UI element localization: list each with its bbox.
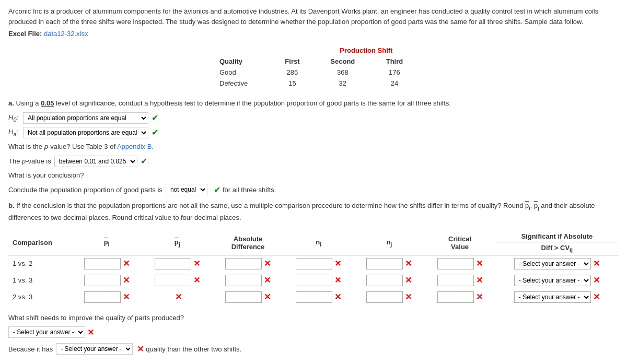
cv-1v3-clear[interactable]: ✕ <box>476 275 483 285</box>
ni-1v2-cell: ✕ <box>296 258 341 269</box>
conclude-check-icon: ✔ <box>214 185 220 195</box>
section-a: a. Using a 0.05 level of significance, c… <box>8 98 619 195</box>
pj-1v2-clear[interactable]: ✕ <box>193 259 200 268</box>
row-good-label: Good <box>209 67 270 78</box>
pi-2v3-cell: ✕ <box>84 291 130 303</box>
sig-2v3-clear[interactable]: ✕ <box>593 292 600 302</box>
appendix-link[interactable]: Appendix B <box>117 143 152 150</box>
pvalue-select[interactable]: between 0.01 and 0.025 between 0.025 and… <box>54 156 137 167</box>
pj-2v3-clear[interactable]: ✕ <box>175 292 182 302</box>
h0-select[interactable]: All population proportions are equal Not… <box>23 112 148 124</box>
sig-2v3-select[interactable]: - Select your answer - Yes No <box>514 291 591 303</box>
conclude-row: Conclude the population proportion of go… <box>8 184 619 195</box>
pvalue-row: The p-value is between 0.01 and 0.025 be… <box>8 156 619 167</box>
cv-2v3-input[interactable] <box>437 291 474 303</box>
pj-2v3-cell: ✕ <box>173 292 182 302</box>
abs-1v2-input[interactable] <box>225 258 262 269</box>
pj-1v2-input[interactable] <box>155 258 191 269</box>
sig-1v3-select[interactable]: - Select your answer - Yes No <box>514 275 591 286</box>
table-row: 1 vs. 2 ✕ ✕ ✕ <box>8 255 619 272</box>
nj-1v2-clear[interactable]: ✕ <box>405 259 412 268</box>
data-table-section: Production Shift Quality First Second Th… <box>8 45 619 89</box>
sig-2v3-cell: - Select your answer - Yes No ✕ <box>514 291 600 303</box>
h0-label: H0: <box>8 113 23 123</box>
comparison-table: Comparison pi pj AbsoluteDifference ni n… <box>8 231 619 306</box>
table-row-good: Good 285 368 176 <box>209 67 418 78</box>
because-label: Because it has <box>8 345 53 353</box>
conclusion-question: What is your conclusion? <box>8 170 619 181</box>
pvalue-question-line: What is the p-value? Use Table 3 of Appe… <box>8 142 619 152</box>
shift-clear-icon[interactable]: ✕ <box>87 327 94 337</box>
col-nj-header: nj <box>354 231 424 255</box>
because-select[interactable]: - Select your answer - lower higher <box>56 343 133 355</box>
nj-2v3-input[interactable] <box>366 291 403 303</box>
h0-check-icon: ✔ <box>152 113 158 123</box>
ni-1v3-clear[interactable]: ✕ <box>334 275 341 285</box>
excel-link[interactable]: data12-32.xlsx <box>44 30 88 38</box>
sig-1v2-select[interactable]: - Select your answer - Yes No <box>514 258 591 269</box>
conclude-after: for all three shifts. <box>223 186 276 194</box>
cv-2v3-clear[interactable]: ✕ <box>476 292 483 302</box>
ha-check-icon: ✔ <box>152 127 158 137</box>
col-significant-header: Significant if Absolute <box>495 231 619 242</box>
conclude-before: Conclude the population proportion of go… <box>8 186 162 194</box>
pi-1v2-clear[interactable]: ✕ <box>123 259 130 268</box>
pi-1v3-input[interactable] <box>84 275 121 286</box>
abs-1v3-clear[interactable]: ✕ <box>264 275 271 285</box>
section-a-label: a. <box>8 99 14 107</box>
good-second: 368 <box>315 67 371 78</box>
cv-1v2-input[interactable] <box>437 258 474 269</box>
ni-1v3-input[interactable] <box>296 275 332 286</box>
col-pi-header: pi <box>72 231 142 255</box>
col-quality: Quality <box>209 56 270 67</box>
because-suffix: quality than the other two shifts. <box>146 345 241 353</box>
pi-1v2-input[interactable] <box>84 258 121 269</box>
ni-1v2-clear[interactable]: ✕ <box>334 259 341 268</box>
nj-1v2-input[interactable] <box>366 258 403 269</box>
sig-1v3-cell: - Select your answer - Yes No ✕ <box>514 275 600 286</box>
pi-2v3-clear[interactable]: ✕ <box>123 292 130 302</box>
nj-2v3-clear[interactable]: ✕ <box>405 292 412 302</box>
ni-1v2-input[interactable] <box>296 258 332 269</box>
ha-select[interactable]: Not all population proportions are equal… <box>23 127 148 138</box>
sig-1v2-clear[interactable]: ✕ <box>593 259 600 268</box>
pj-1v2-cell: ✕ <box>155 258 200 269</box>
pi-2v3-input[interactable] <box>84 291 121 303</box>
shift-select[interactable]: - Select your answer - First Second Thir… <box>8 326 85 338</box>
table-row-defective: Defective 15 32 24 <box>209 78 418 89</box>
table-row: 2 vs. 3 ✕ ✕ ✕ <box>8 289 619 306</box>
pi-1v3-clear[interactable]: ✕ <box>123 275 130 285</box>
ni-2v3-clear[interactable]: ✕ <box>334 292 341 302</box>
pvalue-label: The p-value is <box>8 157 51 165</box>
pvalue-check-icon: ✔ <box>141 156 147 166</box>
sig-1v2-cell: - Select your answer - Yes No ✕ <box>514 258 600 269</box>
abs-1v2-cell: ✕ <box>225 258 271 269</box>
bottom-section: What shift needs to improve the quality … <box>8 313 619 355</box>
intro-paragraph: Arconic Inc is a producer of aluminum co… <box>8 6 619 27</box>
pj-1v3-input[interactable] <box>155 275 191 286</box>
nj-1v3-input[interactable] <box>366 275 403 286</box>
abs-2v3-clear[interactable]: ✕ <box>264 292 271 302</box>
defective-third: 24 <box>371 78 418 89</box>
abs-2v3-input[interactable] <box>225 291 262 303</box>
col-pj-header: pj <box>142 231 213 255</box>
nj-1v3-clear[interactable]: ✕ <box>405 275 412 285</box>
abs-1v3-input[interactable] <box>225 275 262 286</box>
table-row: 1 vs. 3 ✕ ✕ ✕ <box>8 272 619 289</box>
col-first: First <box>270 56 315 67</box>
col-absolute-header: AbsoluteDifference <box>213 231 283 255</box>
excel-label: Excel File: <box>8 30 42 38</box>
because-clear-icon[interactable]: ✕ <box>137 344 144 354</box>
conclude-select[interactable]: not equal equal <box>166 184 207 195</box>
cv-1v3-input[interactable] <box>437 275 474 286</box>
sig-1v3-clear[interactable]: ✕ <box>593 275 600 285</box>
abs-1v2-clear[interactable]: ✕ <box>264 259 271 268</box>
abs-2v3-cell: ✕ <box>225 291 271 303</box>
col-ni-header: ni <box>283 231 354 255</box>
cv-1v2-clear[interactable]: ✕ <box>476 259 483 268</box>
pj-1v3-clear[interactable]: ✕ <box>193 275 200 285</box>
ni-2v3-input[interactable] <box>296 291 332 303</box>
significance-level: 0.05 <box>41 99 54 107</box>
shift-answer-row: - Select your answer - First Second Thir… <box>8 326 619 338</box>
col-critical-header: CriticalValue <box>424 231 495 255</box>
